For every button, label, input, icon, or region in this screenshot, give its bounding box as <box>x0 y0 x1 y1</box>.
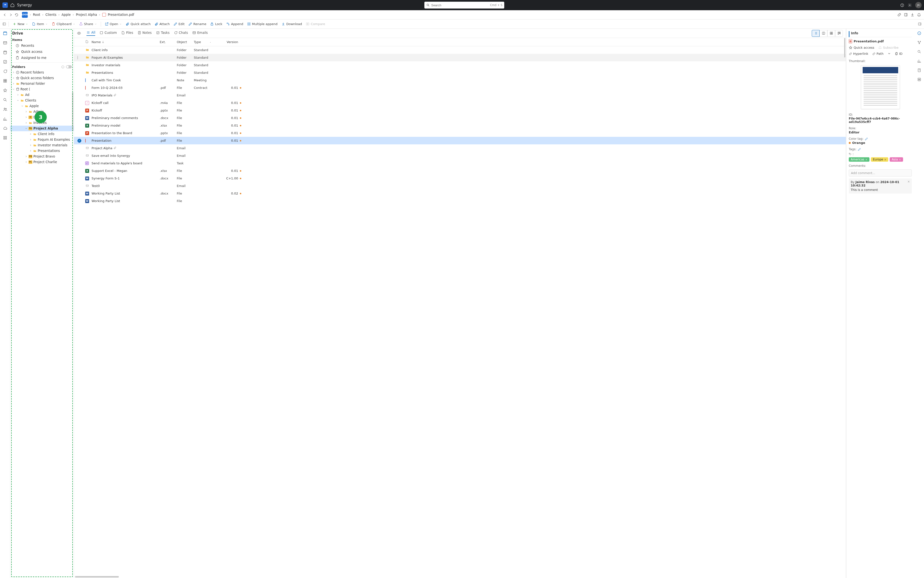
table-row[interactable]: WWorking Party List.docxFile0.02 <box>74 190 846 197</box>
tab-all[interactable]: All <box>86 31 95 36</box>
org-logo[interactable]: LOGO <box>22 12 28 18</box>
rail-drive[interactable] <box>3 31 7 36</box>
table-row[interactable]: Form 10-Q 2024-03.pdfFileContract0.01 <box>74 84 846 91</box>
panel-toggle-icon[interactable] <box>2 22 6 26</box>
home-icon[interactable] <box>10 3 15 7</box>
th-object[interactable]: Object <box>176 40 193 44</box>
tab-tasks[interactable]: Tasks <box>156 31 169 36</box>
folders-toggle[interactable] <box>66 65 72 68</box>
search-input[interactable] <box>431 3 490 7</box>
app-logo[interactable] <box>2 2 8 8</box>
link-icon[interactable] <box>897 13 901 17</box>
comment-input[interactable]: Add comment... <box>849 169 912 177</box>
download-icon[interactable] <box>910 13 914 17</box>
thumbnail[interactable] <box>861 65 900 109</box>
gear-icon[interactable] <box>908 3 912 7</box>
right-panel-toggle-icon[interactable] <box>918 22 922 26</box>
table-row[interactable]: PresentationsFolderStandard <box>74 69 846 76</box>
inforail-search[interactable] <box>917 50 921 55</box>
tree-project-bravo[interactable]: PBProject Bravo <box>10 154 74 159</box>
rename-button[interactable]: Rename <box>187 21 208 26</box>
table-row[interactable]: IPO MaterialsEmail <box>74 91 846 99</box>
tree-pa-foqum[interactable]: Foqum AI Examples <box>10 137 74 143</box>
table-row[interactable]: Call with Tim CookNoteMeeting <box>74 76 846 84</box>
tab-emails[interactable]: Emails <box>192 31 208 36</box>
tag-europe[interactable]: Europe× <box>871 157 888 162</box>
multi-append-button[interactable]: Multiple append <box>246 21 279 26</box>
row-checkbox[interactable] <box>78 55 78 60</box>
rail-grid[interactable] <box>3 79 7 84</box>
th-ext[interactable]: Ext. <box>159 40 176 44</box>
rail-calendar[interactable] <box>3 50 7 55</box>
sidebar-item-quick-access[interactable]: Quick access <box>10 49 74 55</box>
sidebar-item-assigned[interactable]: Assigned to me <box>10 55 74 61</box>
th-name[interactable]: Name ↓ <box>91 40 159 44</box>
info-icon[interactable] <box>61 65 65 69</box>
table-row[interactable]: WWorking Party ListFile <box>74 197 846 205</box>
tab-files[interactable]: Files <box>121 31 133 36</box>
tree-pa-client-info[interactable]: Client info <box>10 131 74 137</box>
rail-cloud[interactable] <box>3 126 7 131</box>
help-icon[interactable] <box>900 3 904 7</box>
table-row[interactable]: XSupport Excel - Megan.xlsxFile0.01 <box>74 167 846 175</box>
crumb-clients[interactable]: Clients <box>45 13 56 16</box>
inforail-notes[interactable] <box>917 68 921 73</box>
forward-icon[interactable] <box>9 13 13 17</box>
tree-pa-presentations[interactable]: Presentations <box>10 148 74 154</box>
rail-search[interactable] <box>3 97 7 103</box>
inforail-hash[interactable] <box>917 78 921 82</box>
append-button[interactable]: Append <box>225 21 245 26</box>
rail-apps[interactable] <box>3 136 7 141</box>
rail-chat[interactable] <box>3 69 7 74</box>
clipboard-button[interactable]: Clipboard <box>50 21 77 26</box>
panel-icon[interactable] <box>904 13 908 17</box>
tree-project-alpha[interactable]: PAProject Alpha <box>10 126 74 131</box>
table-row[interactable]: WPreliminary model comments.docxFile0.01 <box>74 114 846 122</box>
chevron-down-icon[interactable] <box>887 52 891 55</box>
tree-root[interactable]: Root ( <box>10 86 74 92</box>
crumb-project-alpha[interactable]: Project Alpha <box>76 13 97 16</box>
crumb-apple[interactable]: Apple <box>62 13 71 16</box>
th-type[interactable]: Type <box>193 40 217 44</box>
row-checkbox[interactable] <box>78 139 81 143</box>
table-row[interactable]: Client infoFolderStandard <box>74 46 846 54</box>
attach-button[interactable]: Attach <box>153 21 171 26</box>
crumb-root[interactable]: Root <box>33 13 40 16</box>
open-button[interactable]: Open <box>104 21 123 26</box>
table-row[interactable]: PPresentation to the Board.pptxFile0.01 <box>74 129 846 137</box>
table-hscrollbar[interactable] <box>75 576 119 578</box>
table-scrollbar[interactable] <box>844 38 845 57</box>
crumb-file[interactable]: Presentation.pdf <box>108 13 134 16</box>
inforail-stats[interactable] <box>917 59 921 64</box>
tag-americas[interactable]: Americas× <box>849 157 869 162</box>
tree-recent-folders[interactable]: Recent folders <box>10 70 74 75</box>
view-grid[interactable] <box>827 30 835 37</box>
table-row[interactable]: Project AlphaEmail <box>74 144 846 152</box>
tag-asia[interactable]: Asia× <box>890 157 903 162</box>
table-row[interactable]: Foqum AI ExamplesFolderStandard <box>74 54 846 61</box>
avatar[interactable]: JR <box>915 2 922 8</box>
table-row[interactable]: Presentation.pdfFile0.01 <box>74 137 846 144</box>
view-split[interactable] <box>820 30 827 37</box>
th-version[interactable]: Version <box>217 40 239 44</box>
close-icon[interactable]: × <box>908 180 910 183</box>
rail-star[interactable] <box>3 88 7 93</box>
tree-pa-investor[interactable]: Investor materials <box>10 143 74 148</box>
pencil-icon[interactable] <box>858 148 861 151</box>
tree-clients[interactable]: Clients <box>10 97 74 103</box>
lock-button[interactable]: Lock <box>209 21 224 26</box>
refresh-icon[interactable] <box>15 13 18 17</box>
quick-access-action[interactable]: Quick access <box>849 46 874 49</box>
rail-tasks[interactable] <box>3 60 7 65</box>
download-button[interactable]: Download <box>280 21 304 26</box>
share-button[interactable]: Share <box>78 21 98 26</box>
quick-attach-button[interactable]: Quick attach <box>124 21 152 26</box>
tree-qa-folders[interactable]: Quick access folders <box>10 75 74 81</box>
tree-admin[interactable]: Ad <box>10 92 74 97</box>
tab-custom[interactable]: Custom <box>99 31 117 36</box>
table-row[interactable]: PKickoff.pptxFile0.01 <box>74 107 846 114</box>
tree-personal[interactable]: Personal folder <box>10 81 74 86</box>
table-row[interactable]: WSynergy Form S-1.docxFileC+1.00 <box>74 175 846 182</box>
sidebar-item-recents[interactable]: Recents <box>10 42 74 49</box>
view-kanban[interactable] <box>835 30 843 37</box>
